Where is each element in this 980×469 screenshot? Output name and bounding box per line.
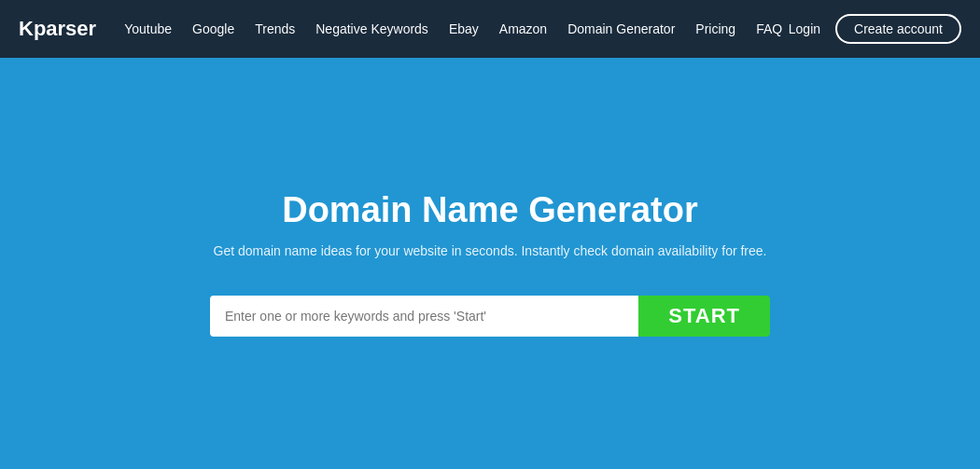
brand-logo[interactable]: Kparser [19,17,96,41]
nav-google[interactable]: Google [192,21,234,36]
nav-faq[interactable]: FAQ [756,21,782,36]
search-input[interactable] [214,299,635,333]
nav-trends[interactable]: Trends [255,21,295,36]
hero-subtitle: Get domain name ideas for your website i… [214,243,767,258]
nav-youtube[interactable]: Youtube [124,21,172,36]
nav-amazon[interactable]: Amazon [499,21,547,36]
nav-auth: Login Create account [789,14,961,44]
hero-title: Domain Name Generator [282,190,698,230]
nav-negative-keywords[interactable]: Negative Keywords [315,21,428,36]
nav-pricing[interactable]: Pricing [695,21,735,36]
nav-domain-generator[interactable]: Domain Generator [567,21,675,36]
search-container: START [210,296,770,337]
search-input-wrapper [210,296,638,337]
create-account-button[interactable]: Create account [835,14,961,44]
hero-section: Domain Name Generator Get domain name id… [0,58,980,469]
start-button[interactable]: START [638,296,770,337]
login-link[interactable]: Login [789,21,820,36]
nav-ebay[interactable]: Ebay [449,21,479,36]
navbar: Kparser YoutubeGoogleTrendsNegative Keyw… [0,0,980,58]
nav-links: YoutubeGoogleTrendsNegative KeywordsEbay… [124,21,789,36]
